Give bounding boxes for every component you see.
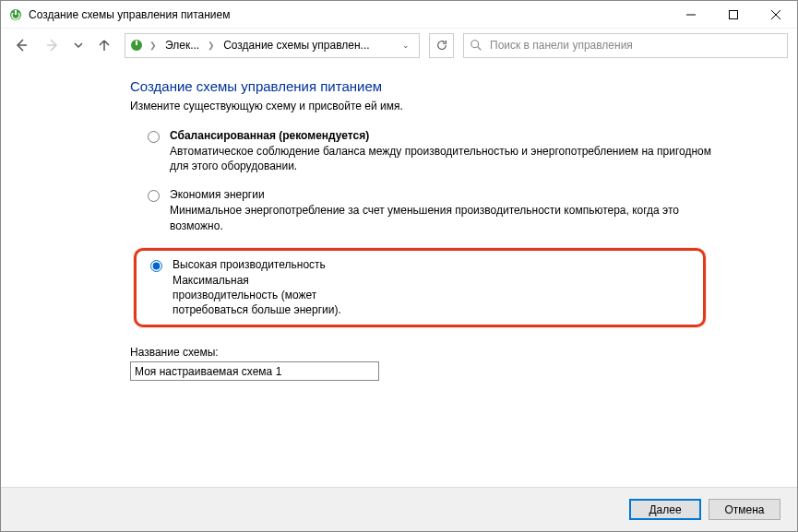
window: Создание схемы управления питанием (0, 0, 798, 532)
plan-saver-radio[interactable] (148, 190, 160, 202)
plan-high-desc: Максимальная производительность (может п… (173, 273, 352, 318)
breadcrumb-item-2[interactable]: Создание схемы управлен... (220, 39, 372, 52)
plan-name-section: Название схемы: (130, 346, 769, 381)
chevron-down-icon[interactable]: ⌄ (397, 41, 415, 50)
plan-saver-title[interactable]: Экономия энергии (170, 188, 732, 201)
up-button[interactable] (93, 34, 115, 56)
navigation-bar: ❯ Элек... ❯ Создание схемы управлен... ⌄ (1, 29, 797, 62)
svg-line-11 (478, 47, 482, 51)
back-button[interactable] (10, 34, 32, 56)
page-subheading: Измените существующую схему и присвойте … (130, 100, 769, 112)
plan-balanced-title[interactable]: Сбалансированная (рекомендуется) (170, 129, 732, 142)
search-input[interactable] (488, 38, 781, 53)
address-bar[interactable]: ❯ Элек... ❯ Создание схемы управлен... ⌄ (125, 33, 420, 58)
cancel-button[interactable]: Отмена (709, 499, 780, 520)
plan-high: Высокая производительность Максимальная … (146, 258, 352, 318)
titlebar: Создание схемы управления питанием (1, 1, 797, 29)
svg-rect-9 (136, 41, 137, 45)
svg-rect-1 (15, 10, 17, 15)
plan-balanced: Сбалансированная (рекомендуется) Автомат… (143, 129, 769, 173)
forward-button (42, 34, 64, 56)
recent-locations-button[interactable] (73, 34, 84, 56)
plan-high-radio[interactable] (150, 260, 162, 272)
footer: Далее Отмена (1, 487, 797, 531)
app-icon (8, 7, 23, 22)
page-heading: Создание схемы управления питанием (130, 78, 769, 94)
breadcrumb-item-1[interactable]: Элек... (162, 39, 202, 52)
maximize-button[interactable] (712, 1, 755, 29)
search-icon (470, 39, 482, 52)
search-box[interactable] (463, 33, 788, 58)
minimize-button[interactable] (670, 1, 712, 29)
plan-high-title[interactable]: Высокая производительность (173, 258, 352, 271)
plan-saver-desc: Минимальное энергопотребление за счет ум… (170, 203, 732, 232)
plan-name-label: Название схемы: (130, 346, 769, 359)
plan-balanced-radio[interactable] (148, 131, 160, 143)
power-icon (129, 38, 144, 53)
next-button[interactable]: Далее (629, 499, 701, 520)
chevron-right-icon: ❯ (206, 41, 217, 50)
refresh-button[interactable] (429, 33, 454, 58)
plan-name-input[interactable] (130, 361, 379, 381)
svg-point-10 (471, 41, 479, 48)
highlighted-option: Высокая производительность Максимальная … (134, 248, 706, 328)
plan-saver: Экономия энергии Минимальное энергопотре… (143, 188, 769, 232)
window-title: Создание схемы управления питанием (29, 8, 670, 21)
plan-list: Сбалансированная (рекомендуется) Автомат… (130, 129, 769, 327)
close-button[interactable] (755, 1, 797, 29)
plan-balanced-desc: Автоматическое соблюдение баланса между … (170, 144, 732, 173)
svg-rect-3 (730, 10, 738, 18)
chevron-right-icon: ❯ (148, 41, 159, 50)
content-area: Создание схемы управления питанием Измен… (1, 62, 797, 487)
window-controls (670, 1, 797, 29)
